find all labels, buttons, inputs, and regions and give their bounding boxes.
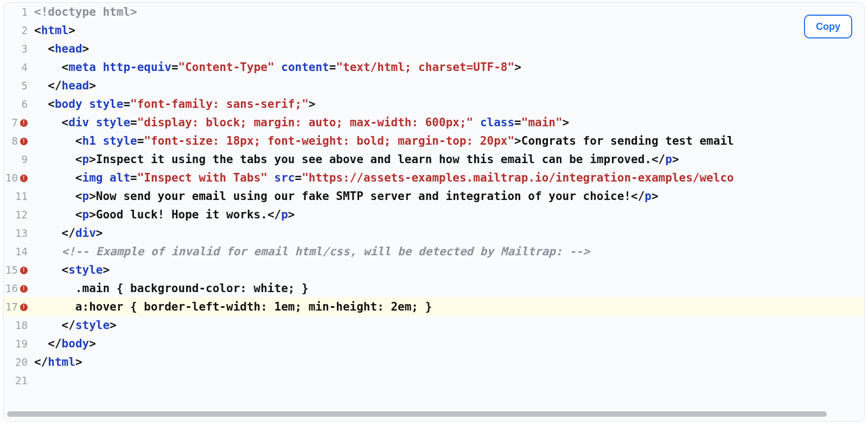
line-number: 2 <box>4 24 29 36</box>
line-number: 17 <box>4 301 29 313</box>
code-line[interactable]: 8 <h1 style="font-size: 18px; font-weigh… <box>4 132 864 150</box>
error-marker-icon[interactable] <box>20 119 28 127</box>
line-number: 12 <box>4 209 29 221</box>
line-number: 20 <box>4 356 29 368</box>
code-line[interactable]: 4 <meta http-equiv="Content-Type" conten… <box>4 58 864 76</box>
line-number: 13 <box>4 227 29 239</box>
line-number: 15 <box>4 264 29 276</box>
line-number: 14 <box>4 246 29 257</box>
code-content[interactable]: .main { background-color: white; } <box>29 282 864 295</box>
code-line[interactable]: 14 <!-- Example of invalid for email htm… <box>4 242 864 261</box>
code-line[interactable]: 13 </div> <box>4 224 864 242</box>
line-number: 18 <box>4 319 29 331</box>
code-line[interactable]: 9 <p>Inspect it using the tabs you see a… <box>4 150 864 169</box>
code-content[interactable]: </head> <box>29 79 864 92</box>
code-content[interactable]: </html> <box>29 356 864 369</box>
code-content[interactable]: <img alt="Inspect with Tabs" src="https:… <box>29 171 864 184</box>
code-content[interactable]: </div> <box>29 227 864 240</box>
error-marker-icon[interactable] <box>20 138 28 145</box>
code-content[interactable]: <style> <box>29 263 864 276</box>
code-content[interactable]: <head> <box>29 42 864 55</box>
code-line[interactable]: 17 a:hover { border-left-width: 1em; min… <box>4 298 864 316</box>
horizontal-scrollbar-thumb[interactable] <box>7 411 827 417</box>
error-marker-icon[interactable] <box>20 175 28 182</box>
code-content[interactable]: <!doctype html> <box>29 5 864 18</box>
code-line[interactable]: 5 </head> <box>4 76 864 95</box>
code-line[interactable]: 12 <p>Good luck! Hope it works.</p> <box>4 205 864 224</box>
line-number: 7 <box>4 117 29 128</box>
code-content[interactable]: <p>Inspect it using the tabs you see abo… <box>29 153 864 166</box>
line-number: 8 <box>4 135 29 147</box>
code-line[interactable]: 16 .main { background-color: white; } <box>4 279 864 298</box>
code-content[interactable]: <!-- Example of invalid for email html/c… <box>29 245 864 258</box>
copy-button[interactable]: Copy <box>804 15 852 38</box>
code-line[interactable]: 15 <style> <box>4 261 864 279</box>
code-area[interactable]: 1<!doctype html>2<html>3 <head>4 <meta h… <box>4 3 864 407</box>
code-content[interactable]: <p>Now send your email using our fake SM… <box>29 190 864 203</box>
line-number: 16 <box>4 282 29 294</box>
line-number: 19 <box>4 338 29 350</box>
line-number: 5 <box>4 80 29 92</box>
line-number: 3 <box>4 43 29 55</box>
code-content[interactable]: <html> <box>29 24 864 37</box>
error-marker-icon[interactable] <box>20 285 28 293</box>
code-content[interactable]: <h1 style="font-size: 18px; font-weight:… <box>29 134 864 147</box>
code-line[interactable]: 6 <body style="font-family: sans-serif;"… <box>4 95 864 113</box>
code-content[interactable]: </body> <box>29 337 864 350</box>
code-content[interactable]: <meta http-equiv="Content-Type" content=… <box>29 61 864 74</box>
error-marker-icon[interactable] <box>20 304 28 311</box>
line-number: 11 <box>4 190 29 202</box>
line-number: 1 <box>4 6 29 18</box>
error-marker-icon[interactable] <box>20 267 28 274</box>
code-line[interactable]: 10 <img alt="Inspect with Tabs" src="htt… <box>4 169 864 187</box>
line-number: 4 <box>4 61 29 73</box>
code-line[interactable]: 20</html> <box>4 353 864 371</box>
code-line[interactable]: 19 </body> <box>4 334 864 353</box>
code-content[interactable]: <p>Good luck! Hope it works.</p> <box>29 208 864 221</box>
code-content[interactable]: a:hover { border-left-width: 1em; min-he… <box>29 300 864 313</box>
horizontal-scrollbar-track[interactable] <box>7 410 861 418</box>
code-line[interactable]: 3 <head> <box>4 40 864 58</box>
code-line[interactable]: 11 <p>Now send your email using our fake… <box>4 187 864 205</box>
code-line[interactable]: 18 </style> <box>4 316 864 334</box>
code-content[interactable]: <body style="font-family: sans-serif;"> <box>29 98 864 111</box>
line-number: 6 <box>4 98 29 110</box>
code-content[interactable]: </style> <box>29 319 864 332</box>
code-line[interactable]: 7 <div style="display: block; margin: au… <box>4 113 864 132</box>
code-content[interactable]: <div style="display: block; margin: auto… <box>29 116 864 129</box>
line-number: 9 <box>4 153 29 165</box>
code-line[interactable]: 2<html> <box>4 21 864 40</box>
line-number: 21 <box>4 375 29 386</box>
code-panel: Copy 1<!doctype html>2<html>3 <head>4 <m… <box>3 2 865 422</box>
line-number: 10 <box>4 172 29 184</box>
code-line[interactable]: 1<!doctype html> <box>4 3 864 21</box>
code-line[interactable]: 21 <box>4 371 864 390</box>
